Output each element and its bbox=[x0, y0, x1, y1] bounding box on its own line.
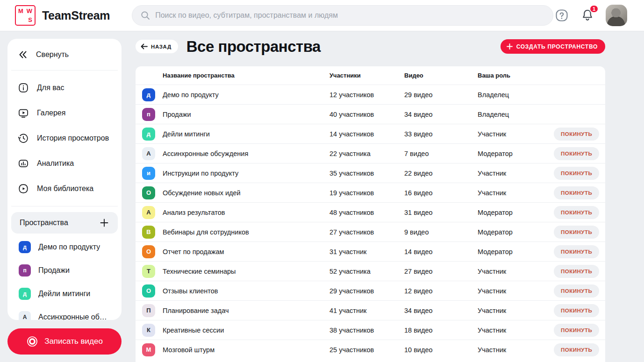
user-role: Участник bbox=[478, 268, 554, 275]
space-avatar: А bbox=[19, 311, 31, 320]
leave-space-button[interactable]: ПОКИНУТЬ bbox=[554, 186, 599, 199]
leave-space-button[interactable]: ПОКИНУТЬ bbox=[554, 304, 599, 317]
space-name: Ассинхронные обсуждения bbox=[163, 150, 329, 157]
leave-space-button[interactable]: ПОКИНУТЬ bbox=[554, 167, 599, 180]
table-row[interactable]: иИнструкции по продукту35 участников22 в… bbox=[136, 163, 605, 183]
collapse-chevrons-icon bbox=[18, 50, 28, 60]
videos-count: 7 видео bbox=[404, 150, 478, 157]
space-avatar: О bbox=[142, 284, 155, 298]
table-row[interactable]: ППланирование задач41 участник34 видеоУч… bbox=[136, 300, 605, 320]
sidebar-divider bbox=[11, 206, 118, 206]
participants-count: 38 участников bbox=[329, 327, 404, 334]
sidebar-item-label: История просмотров bbox=[37, 134, 109, 142]
space-avatar: М bbox=[142, 343, 155, 356]
table-row[interactable]: ООтчет по продажам31 участник14 видеоМод… bbox=[136, 241, 605, 261]
table-row[interactable]: ММозговой штурм25 участников10 видеоУчас… bbox=[136, 340, 605, 359]
table-row[interactable]: ООбсуждение новых идей19 участников16 ви… bbox=[136, 183, 605, 202]
create-space-button[interactable]: СОЗДАТЬ ПРОСТРАНСТВО bbox=[501, 39, 605, 54]
sidebar-item-library[interactable]: Моя библиотека bbox=[7, 176, 122, 201]
help-button[interactable] bbox=[554, 8, 569, 23]
user-role: Модератор bbox=[478, 209, 554, 216]
leave-space-button[interactable]: ПОКИНУТЬ bbox=[554, 324, 599, 337]
table-row[interactable]: ККреативные сессии38 участников18 видеоУ… bbox=[136, 320, 605, 340]
space-label: Продажи bbox=[38, 266, 70, 275]
leave-space-button[interactable]: ПОКИНУТЬ bbox=[554, 206, 599, 219]
space-avatar: А bbox=[142, 206, 155, 219]
record-video-button[interactable]: Записать видео bbox=[7, 328, 122, 355]
participants-count: 31 участник bbox=[329, 248, 404, 256]
add-space-button[interactable] bbox=[98, 217, 110, 229]
sidebar-item-info[interactable]: Для вас bbox=[7, 75, 122, 100]
space-avatar: д bbox=[142, 128, 155, 141]
table-row[interactable]: ААссинхронные обсуждения22 участника7 ви… bbox=[136, 143, 605, 163]
table-body: дДемо по продукту12 участников29 видеоВл… bbox=[136, 85, 605, 359]
table-row[interactable]: ВВебинары для сотрудников27 участников9 … bbox=[136, 222, 605, 241]
gallery-icon bbox=[18, 107, 29, 119]
sidebar-space-item[interactable]: дДейли митинги bbox=[7, 282, 122, 305]
table-row[interactable]: пПродажи40 участников34 видеоВладелец bbox=[136, 104, 605, 124]
videos-count: 34 видео bbox=[404, 307, 478, 314]
table-row[interactable]: дДейли митинги14 участников33 видеоУчаст… bbox=[136, 124, 605, 143]
page-title: Все пространства bbox=[186, 38, 321, 56]
leave-space-button[interactable]: ПОКИНУТЬ bbox=[554, 245, 599, 258]
search-input[interactable] bbox=[155, 11, 545, 20]
leave-space-button[interactable]: ПОКИНУТЬ bbox=[554, 265, 599, 278]
sidebar-item-analytics[interactable]: Аналитика bbox=[7, 151, 122, 176]
sidebar-spaces-list: дДемо по продуктупПродажидДейли митингиА… bbox=[7, 234, 122, 320]
record-button-label: Записать видео bbox=[44, 337, 103, 346]
user-role: Модератор bbox=[478, 248, 554, 256]
leave-space-button[interactable]: ПОКИНУТЬ bbox=[554, 226, 599, 239]
user-role: Владелец bbox=[478, 91, 554, 99]
user-role: Участник bbox=[478, 327, 554, 334]
leave-space-button[interactable]: ПОКИНУТЬ bbox=[554, 147, 599, 160]
sidebar-item-label: Аналитика bbox=[37, 159, 74, 168]
page-header: НАЗАД Все пространства СОЗДАТЬ ПРОСТРАНС… bbox=[136, 39, 605, 54]
space-avatar: п bbox=[142, 108, 155, 121]
sidebar-space-item[interactable]: пПродажи bbox=[7, 259, 122, 282]
space-name: Мозговой штурм bbox=[163, 346, 329, 354]
create-space-label: СОЗДАТЬ ПРОСТРАНСТВО bbox=[516, 43, 598, 50]
videos-count: 9 видео bbox=[404, 228, 478, 236]
user-role: Участник bbox=[478, 130, 554, 138]
space-name: Креативные сессии bbox=[163, 327, 329, 334]
notifications-button[interactable]: 1 bbox=[580, 8, 594, 22]
participants-count: 41 участник bbox=[329, 307, 404, 314]
participants-count: 25 участников bbox=[329, 346, 404, 354]
back-arrow-icon bbox=[141, 43, 148, 50]
table-row[interactable]: ТТехнические семинары52 участника27 виде… bbox=[136, 261, 605, 281]
space-name: Вебинары для сотрудников bbox=[163, 228, 329, 236]
spaces-section-header: Пространства bbox=[11, 212, 118, 234]
sidebar-collapse-button[interactable]: Свернуть bbox=[7, 39, 122, 70]
sidebar-item-history[interactable]: История просмотров bbox=[7, 126, 122, 151]
table-row[interactable]: ООтзывы клиентов29 участников12 видеоУча… bbox=[136, 281, 605, 300]
space-name: Продажи bbox=[163, 111, 329, 118]
back-button-label: НАЗАД bbox=[151, 44, 172, 50]
search-bar[interactable] bbox=[132, 5, 553, 26]
user-avatar[interactable] bbox=[606, 5, 627, 26]
space-avatar: К bbox=[142, 324, 155, 337]
space-avatar: А bbox=[142, 147, 155, 160]
videos-count: 34 видео bbox=[404, 111, 478, 118]
participants-count: 48 участников bbox=[329, 209, 404, 216]
leave-space-button[interactable]: ПОКИНУТЬ bbox=[554, 343, 599, 356]
top-header: M W S TeamStream 1 bbox=[0, 0, 644, 31]
sidebar-nav: Для васГалереяИстория просмотровАналитик… bbox=[7, 71, 122, 201]
sidebar-space-item[interactable]: ААссинхронные обсуж... bbox=[7, 305, 122, 320]
sidebar-item-gallery[interactable]: Галерея bbox=[7, 100, 122, 126]
logo-letter-s: S bbox=[28, 17, 32, 23]
info-icon bbox=[18, 82, 29, 93]
videos-count: 31 видео bbox=[404, 209, 478, 216]
table-row[interactable]: ААнализ результатов48 участников31 видео… bbox=[136, 202, 605, 222]
sidebar-item-label: Моя библиотека bbox=[37, 185, 93, 193]
participants-count: 52 участника bbox=[329, 268, 404, 275]
table-row[interactable]: дДемо по продукту12 участников29 видеоВл… bbox=[136, 85, 605, 104]
user-role: Модератор bbox=[478, 228, 554, 236]
column-header-videos: Видео bbox=[404, 72, 478, 79]
back-button[interactable]: НАЗАД bbox=[136, 40, 178, 53]
sidebar-space-item[interactable]: дДемо по продукту bbox=[7, 235, 122, 259]
leave-space-button[interactable]: ПОКИНУТЬ bbox=[554, 128, 599, 141]
user-role: Модератор bbox=[478, 150, 554, 157]
space-avatar: д bbox=[19, 288, 31, 300]
leave-space-button[interactable]: ПОКИНУТЬ bbox=[554, 284, 599, 298]
space-label: Демо по продукту bbox=[38, 243, 100, 251]
